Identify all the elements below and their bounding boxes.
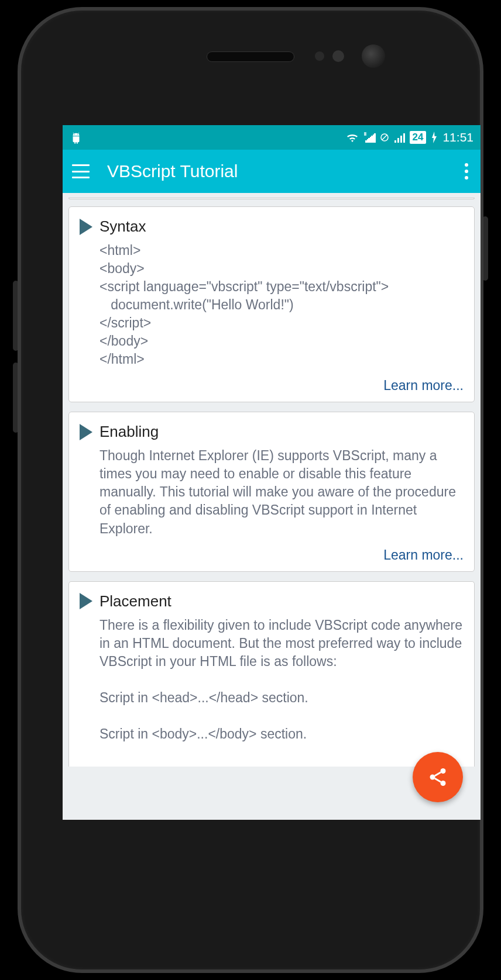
signal-icon-1 <box>364 132 376 143</box>
screen: 24 11:51 VBScript Tutorial Syn <box>63 125 481 820</box>
play-icon <box>80 424 92 440</box>
learn-more-link[interactable]: Learn more... <box>80 547 464 563</box>
phone-sensor <box>315 51 324 61</box>
card-title: Enabling <box>99 423 159 441</box>
code-line: </html> <box>99 350 464 368</box>
wifi-icon <box>345 132 359 143</box>
learn-more-link[interactable]: Learn more... <box>80 378 464 394</box>
app-title: VBScript Tutorial <box>107 161 462 181</box>
content-area[interactable]: Syntax <html> <body> <script language="v… <box>63 193 481 820</box>
card-body: <html> <body> <script language="vbscript… <box>80 241 464 368</box>
more-options-button[interactable] <box>462 160 471 182</box>
card-placement[interactable]: Placement There is a flexibility given t… <box>68 581 475 767</box>
svg-point-3 <box>441 768 446 774</box>
card-title: Placement <box>99 592 171 610</box>
share-fab[interactable] <box>413 752 463 802</box>
phone-speaker <box>207 51 294 62</box>
signal-icon-2 <box>393 132 405 143</box>
android-icon <box>70 131 83 144</box>
card-syntax[interactable]: Syntax <html> <body> <script language="v… <box>68 206 475 402</box>
card-body-text: There is a flexibility given to include … <box>99 616 464 671</box>
no-icon <box>380 133 389 142</box>
code-line: <html> <box>99 241 464 260</box>
battery-level: 24 <box>410 131 427 144</box>
svg-rect-0 <box>364 132 366 136</box>
code-line: <body> <box>99 260 464 278</box>
phone-frame: 24 11:51 VBScript Tutorial Syn <box>18 7 483 973</box>
play-icon <box>80 219 92 235</box>
card-title: Syntax <box>99 218 146 236</box>
placement-line: Script in <head>...</head> section. <box>99 689 464 707</box>
phone-camera <box>362 44 385 68</box>
placement-line: Script in <body>...</body> section. <box>99 725 464 743</box>
card-body: Though Internet Explorer (IE) supports V… <box>80 447 464 537</box>
svg-point-4 <box>430 775 435 780</box>
code-line: </body> <box>99 332 464 350</box>
phone-sensor <box>332 50 344 62</box>
play-icon <box>80 593 92 609</box>
card-body: There is a flexibility given to include … <box>80 616 464 743</box>
code-line: document.write("Hello World!") <box>99 296 464 314</box>
svg-line-2 <box>382 135 387 140</box>
charging-icon <box>431 132 438 143</box>
app-bar: VBScript Tutorial <box>63 150 481 193</box>
clock: 11:51 <box>442 130 473 144</box>
code-line: </script> <box>99 314 464 332</box>
menu-button[interactable] <box>72 164 90 178</box>
previous-card-edge <box>68 198 475 199</box>
card-enabling[interactable]: Enabling Though Internet Explorer (IE) s… <box>68 412 475 571</box>
status-bar: 24 11:51 <box>63 125 481 150</box>
share-icon <box>427 767 448 788</box>
code-line: <script language="vbscript" type="text/v… <box>99 278 464 296</box>
svg-point-5 <box>441 781 446 786</box>
